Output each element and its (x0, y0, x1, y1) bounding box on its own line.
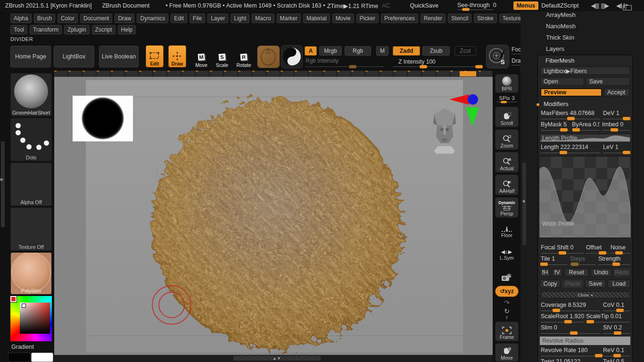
menu-alpha[interactable]: Alpha (10, 14, 32, 23)
menu-picker[interactable]: Picker (356, 14, 379, 23)
paste-doc-icon[interactable] (624, 3, 625, 8)
quicksave-button[interactable]: QuickSave (410, 2, 438, 9)
length-slider[interactable]: Length 222.22314 (541, 144, 600, 154)
current-material-thumbnail[interactable] (281, 45, 303, 68)
z-intensity-handle[interactable] (420, 65, 427, 68)
actual-size-button[interactable]: Actual (495, 152, 519, 173)
panel-menu-layers[interactable]: Layers (546, 45, 564, 52)
secondary-color-swatch[interactable] (31, 353, 53, 362)
panel-menu-arraymesh[interactable]: ArrayMesh (546, 11, 576, 18)
menu-dynamics[interactable]: Dynamics (137, 14, 168, 23)
scaleroot-slider[interactable]: ScaleRoot 1.920 (541, 313, 584, 323)
color-picker[interactable] (10, 296, 52, 341)
zadd-button[interactable]: Zadd (393, 46, 420, 56)
left-tray-divider[interactable] (1, 141, 5, 227)
floor-button[interactable]: Floor (495, 220, 519, 239)
spix-handle[interactable] (501, 101, 507, 103)
menu-render[interactable]: Render (421, 14, 446, 23)
menu-color[interactable]: Color (58, 14, 78, 23)
curve-copy-button[interactable]: Copy (540, 280, 561, 288)
menu-zscript[interactable]: Zscript (92, 25, 116, 34)
texture-picker-tile[interactable]: Texture Off (10, 207, 52, 251)
mrgb-button[interactable]: Mrgb (319, 46, 342, 56)
revolve-rate-slider[interactable]: Revolve Rate 180 (541, 347, 600, 357)
scroll-button[interactable]: Scroll (495, 107, 519, 127)
current-brush-thumbnail[interactable] (257, 45, 280, 68)
curve-redo-button[interactable]: Redo (613, 268, 630, 277)
menu-document[interactable]: Document (80, 14, 113, 23)
lightbox-button[interactable]: LightBox (54, 46, 94, 67)
local-symmetry-button[interactable]: ◀1▶ L.Sym (495, 242, 519, 262)
rotate-y-button[interactable]: ↷ (495, 298, 519, 308)
curve-undo-button[interactable]: Undo (591, 268, 611, 277)
shelf-collapse-left-icon[interactable]: ◀|||| (591, 2, 599, 9)
slv-slider[interactable]: SlV 0.2 (603, 325, 630, 335)
menu-draw[interactable]: Draw (115, 14, 134, 23)
dynamic-persp-button[interactable]: Dynamic Persp (495, 197, 519, 218)
menu-transform[interactable]: Transform (30, 25, 62, 34)
left-tray-divider-arrow-icon[interactable]: ▶ (0, 177, 3, 181)
steps-slider[interactable]: Steps (570, 256, 595, 266)
noise-slider[interactable]: Noise (611, 245, 630, 255)
menu-tool[interactable]: Tool (10, 25, 27, 34)
zoom-button[interactable]: Zoom (495, 129, 519, 150)
rgb-intensity-track[interactable] (305, 66, 384, 67)
move-mode-button[interactable]: M Move (192, 46, 210, 68)
curve-close-bar[interactable]: Close ▲ (541, 291, 630, 298)
menus-toggle-button[interactable]: Menus (513, 1, 539, 10)
tile-slider[interactable]: Tile 1 (541, 256, 567, 266)
byarea-slider[interactable]: ByArea 0.5 (572, 122, 599, 132)
anti-aliasing-button[interactable]: A (305, 46, 317, 56)
right-tray-divider[interactable] (522, 163, 526, 245)
timeline-active-segment[interactable] (460, 71, 476, 76)
menu-zplugin[interactable]: Zplugin (64, 25, 89, 34)
menu-movie[interactable]: Movie (332, 14, 354, 23)
menu-help[interactable]: Help (118, 25, 136, 34)
z-intensity-track[interactable] (393, 66, 479, 67)
rotate-mode-button[interactable]: R Rotate (235, 46, 253, 68)
doc-prev-icon[interactable]: ◀ (616, 2, 620, 9)
dev-slider[interactable]: DeV 1 (603, 110, 630, 120)
home-page-button[interactable]: Home Page (10, 46, 51, 67)
sv-selector-swatch[interactable] (22, 304, 26, 308)
document-canvas[interactable]: ▲▼ (54, 71, 493, 362)
live-boolean-button[interactable]: Live Boolean (99, 46, 139, 67)
main-color-swatch[interactable] (8, 353, 31, 362)
curve-paste-button[interactable]: Paste (562, 280, 583, 288)
menu-macro[interactable]: Macro (252, 14, 274, 23)
maxfibers-slider[interactable]: MaxFibers 48.07668 (541, 110, 600, 120)
bymask-slider[interactable]: ByMask 5 (541, 122, 569, 132)
strength-slider[interactable]: Strength (598, 256, 630, 266)
fiber-accept-button[interactable]: Accept (604, 88, 630, 97)
rev-slider[interactable]: ReV 0.1 (603, 347, 630, 357)
slim-slider[interactable]: Slim 0 (541, 325, 600, 335)
lev-slider[interactable]: LeV 1 (603, 144, 630, 154)
flip-v-button[interactable]: fV (552, 268, 562, 277)
length-profile-curve[interactable]: Length Profile (540, 134, 631, 143)
menu-stroke[interactable]: Stroke (474, 14, 497, 23)
rgb-intensity-handle[interactable] (349, 65, 356, 68)
hue-selector-swatch[interactable] (10, 296, 17, 302)
zsub-button[interactable]: Zsub (422, 46, 450, 56)
curve-reset-button[interactable]: Reset (564, 268, 589, 277)
menu-preferences[interactable]: Preferences (381, 14, 418, 23)
see-through-handle[interactable] (462, 8, 470, 11)
shelf-collapse-right-icon[interactable]: ||||▶ (601, 2, 609, 9)
lightbox-fibers-button[interactable]: Lightbox▶Fibers (540, 66, 630, 75)
alpha-picker-tile[interactable]: Alpha Off (10, 163, 52, 206)
curve-save-button[interactable]: Save (585, 280, 606, 288)
offset-slider[interactable]: Offset (586, 245, 609, 255)
menu-light[interactable]: Light (231, 14, 249, 23)
fiber-preview-button[interactable]: Preview (540, 88, 602, 97)
twist-slider[interactable]: Twist 21.05122 (541, 359, 600, 362)
scaletip-slider[interactable]: ScaleTip 0.01 (586, 313, 630, 323)
zcut-button[interactable]: Zcut (454, 46, 476, 56)
modifiers-section-label[interactable]: Modifiers (544, 100, 569, 107)
copy-doc-icon[interactable] (621, 3, 622, 8)
panel-menu-thickskin[interactable]: Thick Skin (546, 34, 574, 41)
default-zscript-button[interactable]: DefaultZScript (541, 2, 578, 9)
menu-material[interactable]: Material (303, 14, 330, 23)
right-tray-divider-arrow-icon[interactable]: ◀ (522, 199, 525, 203)
stroke-focal-widget[interactable]: S (486, 45, 509, 68)
curve-load-button[interactable]: Load (608, 280, 630, 288)
